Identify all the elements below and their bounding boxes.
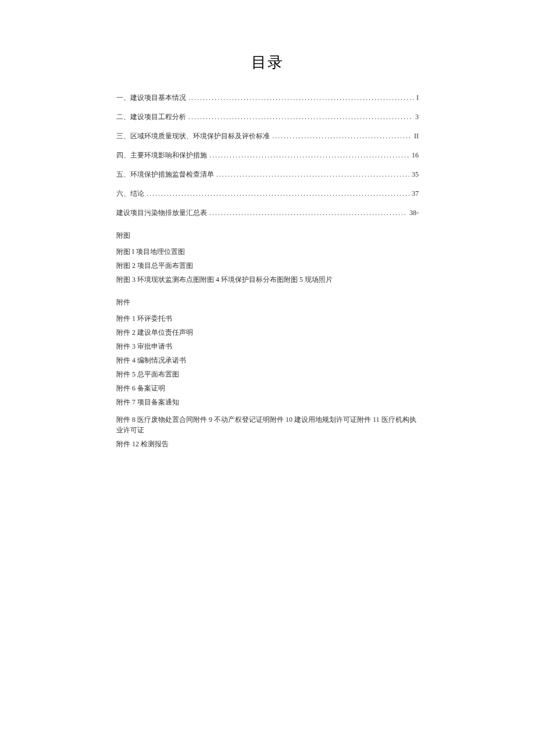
list-item: 附件 2 建设单位责任声明 — [116, 327, 419, 338]
list-item: 附图 2 项目总平面布置图 — [116, 260, 419, 271]
attachments-header: 附件 — [116, 298, 419, 307]
attachments-list: 附件 1 环评委托书 附件 2 建设单位责任声明 附件 3 审批申请书 附件 4… — [116, 313, 419, 449]
toc-dots — [209, 209, 407, 217]
list-item: 附件 7 项目备案通知 — [116, 397, 419, 407]
toc-entry: 四、主要环境影响和保护措施 16 — [116, 151, 419, 160]
list-item: 附图 3 环境现状监测布点图附图 4 环境保护目标分布图附图 5 现场照片 — [116, 274, 419, 285]
toc-label: 二、建设项目工程分析 — [116, 112, 186, 122]
toc-dots — [209, 151, 409, 160]
toc-page: I — [416, 94, 419, 102]
toc-dots — [188, 94, 414, 102]
toc-label: 四、主要环境影响和保护措施 — [116, 151, 207, 160]
page-title: 目录 — [116, 52, 419, 73]
toc-dots — [272, 132, 412, 141]
list-item: 附件 1 环评委托书 — [116, 313, 419, 324]
toc-dots — [216, 170, 409, 179]
toc-page: 38- — [409, 209, 419, 217]
toc-label: 建设项目污染物排放量汇总表 — [116, 208, 207, 218]
toc-label: 一、建设项目基本情况 — [116, 93, 186, 103]
toc-label: 三、区域环境质量现状、环境保护目标及评价标准 — [116, 131, 270, 141]
toc-entry: 二、建设项目工程分析 3 — [116, 112, 419, 122]
list-item: 附件 8 医疗废物处置合同附件 9 不动产权登记证明附件 10 建设用地规划许可… — [116, 414, 419, 435]
toc-page: 16 — [412, 151, 419, 160]
toc-entry: 六、结论 37 — [116, 189, 419, 199]
toc-dots — [188, 113, 413, 121]
figures-header: 附图 — [116, 231, 419, 241]
toc-page: 3 — [415, 113, 419, 121]
toc-entry: 三、区域环境质量现状、环境保护目标及评价标准 II — [116, 131, 419, 141]
toc-entry: 一、建设项目基本情况 I — [116, 93, 419, 103]
toc-label: 五、环境保护措施监督检查清单 — [116, 170, 214, 180]
figures-list: 附图 I 项目地理位置图 附图 2 项目总平面布置图 附图 3 环境现状监测布点… — [116, 246, 419, 285]
list-item: 附件 4 编制情况承诺书 — [116, 355, 419, 366]
list-item: 附件 12 检测报告 — [116, 439, 419, 449]
list-item: 附件 6 备案证明 — [116, 383, 419, 393]
list-item: 附件 3 审批申请书 — [116, 341, 419, 352]
toc-page: II — [414, 132, 419, 141]
toc-dots — [147, 189, 409, 198]
list-item: 附件 5 总平面布置图 — [116, 369, 419, 379]
table-of-contents: 一、建设项目基本情况 I 二、建设项目工程分析 3 三、区域环境质量现状、环境保… — [116, 93, 419, 218]
toc-page: 35 — [412, 170, 419, 179]
list-item: 附图 I 项目地理位置图 — [116, 246, 419, 257]
toc-label: 六、结论 — [116, 189, 144, 199]
toc-page: 37 — [412, 189, 419, 198]
toc-entry: 建设项目污染物排放量汇总表 38- — [116, 208, 419, 218]
toc-entry: 五、环境保护措施监督检查清单 35 — [116, 170, 419, 180]
